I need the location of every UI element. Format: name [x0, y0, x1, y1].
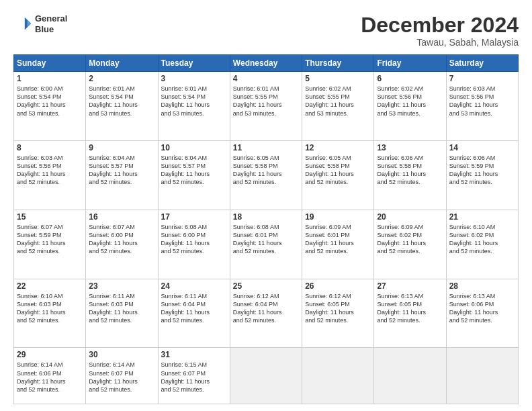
logo-line2: Blue [35, 24, 67, 35]
day-number: 12 [305, 143, 371, 152]
calendar-cell: 25Sunrise: 6:12 AMSunset: 6:04 PMDayligh… [230, 279, 302, 348]
calendar-cell [446, 348, 518, 404]
day-number: 3 [161, 74, 227, 83]
calendar-cell: 30Sunrise: 6:14 AMSunset: 6:07 PMDayligh… [86, 348, 158, 404]
day-info: Sunrise: 6:05 AMSunset: 5:58 PMDaylight:… [233, 154, 299, 187]
day-number: 2 [89, 74, 154, 83]
calendar-cell: 31Sunrise: 6:15 AMSunset: 6:07 PMDayligh… [158, 348, 230, 404]
calendar-cell [230, 348, 302, 404]
day-info: Sunrise: 6:01 AMSunset: 5:54 PMDaylight:… [89, 85, 154, 118]
day-number: 27 [377, 281, 443, 291]
calendar-cell: 18Sunrise: 6:08 AMSunset: 6:01 PMDayligh… [230, 210, 302, 279]
day-number: 19 [305, 212, 371, 222]
calendar-cell: 26Sunrise: 6:12 AMSunset: 6:05 PMDayligh… [302, 279, 374, 348]
day-number: 26 [305, 281, 371, 291]
day-number: 24 [161, 281, 227, 291]
logo: General Blue [13, 13, 67, 34]
calendar-cell: 4Sunrise: 6:01 AMSunset: 5:55 PMDaylight… [230, 72, 302, 141]
day-number: 25 [233, 281, 299, 291]
day-info: Sunrise: 6:05 AMSunset: 5:58 PMDaylight:… [305, 154, 371, 187]
logo-line1: General [35, 13, 67, 24]
day-info: Sunrise: 6:09 AMSunset: 6:01 PMDaylight:… [305, 223, 371, 256]
calendar-cell: 16Sunrise: 6:07 AMSunset: 6:00 PMDayligh… [86, 210, 158, 279]
weekday-header: Friday [374, 55, 446, 72]
day-info: Sunrise: 6:03 AMSunset: 5:56 PMDaylight:… [17, 154, 83, 187]
day-number: 5 [305, 74, 371, 83]
month-title: December 2024 [361, 13, 519, 37]
day-number: 7 [449, 74, 515, 83]
day-number: 29 [17, 350, 83, 359]
calendar-cell: 12Sunrise: 6:05 AMSunset: 5:58 PMDayligh… [302, 140, 374, 210]
day-number: 30 [89, 350, 154, 359]
weekday-row: SundayMondayTuesdayWednesdayThursdayFrid… [14, 55, 519, 72]
day-number: 14 [449, 143, 515, 152]
day-info: Sunrise: 6:04 AMSunset: 5:57 PMDaylight:… [89, 154, 154, 187]
day-info: Sunrise: 6:02 AMSunset: 5:56 PMDaylight:… [377, 85, 443, 118]
calendar-week: 1Sunrise: 6:00 AMSunset: 5:54 PMDaylight… [14, 72, 519, 141]
day-info: Sunrise: 6:08 AMSunset: 6:00 PMDaylight:… [161, 223, 227, 256]
weekday-header: Thursday [302, 55, 374, 72]
calendar-cell: 1Sunrise: 6:00 AMSunset: 5:54 PMDaylight… [14, 72, 86, 141]
calendar-week: 22Sunrise: 6:10 AMSunset: 6:03 PMDayligh… [14, 279, 519, 348]
weekday-header: Tuesday [158, 55, 230, 72]
day-number: 28 [449, 281, 515, 291]
calendar-cell: 20Sunrise: 6:09 AMSunset: 6:02 PMDayligh… [374, 210, 446, 279]
calendar-cell [374, 348, 446, 404]
day-number: 11 [233, 143, 299, 152]
day-number: 4 [233, 74, 299, 83]
day-info: Sunrise: 6:04 AMSunset: 5:57 PMDaylight:… [161, 154, 227, 187]
weekday-header: Wednesday [230, 55, 302, 72]
day-info: Sunrise: 6:06 AMSunset: 5:58 PMDaylight:… [377, 154, 443, 187]
day-number: 20 [377, 212, 443, 222]
day-info: Sunrise: 6:14 AMSunset: 6:06 PMDaylight:… [17, 361, 83, 394]
calendar-cell: 21Sunrise: 6:10 AMSunset: 6:02 PMDayligh… [446, 210, 518, 279]
day-info: Sunrise: 6:13 AMSunset: 6:05 PMDaylight:… [377, 292, 443, 325]
calendar-cell: 22Sunrise: 6:10 AMSunset: 6:03 PMDayligh… [14, 279, 86, 348]
weekday-header: Monday [86, 55, 158, 72]
calendar: SundayMondayTuesdayWednesdayThursdayFrid… [13, 54, 519, 404]
calendar-cell: 14Sunrise: 6:06 AMSunset: 5:59 PMDayligh… [446, 140, 518, 210]
day-number: 9 [89, 143, 154, 152]
weekday-header: Sunday [14, 55, 86, 72]
day-info: Sunrise: 6:07 AMSunset: 5:59 PMDaylight:… [17, 223, 83, 256]
day-info: Sunrise: 6:10 AMSunset: 6:03 PMDaylight:… [17, 292, 83, 325]
calendar-cell: 3Sunrise: 6:01 AMSunset: 5:54 PMDaylight… [158, 72, 230, 141]
day-number: 10 [161, 143, 227, 152]
day-number: 1 [17, 74, 83, 83]
calendar-cell: 19Sunrise: 6:09 AMSunset: 6:01 PMDayligh… [302, 210, 374, 279]
day-info: Sunrise: 6:12 AMSunset: 6:04 PMDaylight:… [233, 292, 299, 325]
calendar-cell: 9Sunrise: 6:04 AMSunset: 5:57 PMDaylight… [86, 140, 158, 210]
calendar-cell: 2Sunrise: 6:01 AMSunset: 5:54 PMDaylight… [86, 72, 158, 141]
day-number: 18 [233, 212, 299, 222]
day-number: 8 [17, 143, 83, 152]
day-info: Sunrise: 6:11 AMSunset: 6:04 PMDaylight:… [161, 292, 227, 325]
day-info: Sunrise: 6:03 AMSunset: 5:56 PMDaylight:… [449, 85, 515, 118]
day-info: Sunrise: 6:11 AMSunset: 6:03 PMDaylight:… [89, 292, 154, 325]
day-number: 13 [377, 143, 443, 152]
day-number: 23 [89, 281, 154, 291]
day-info: Sunrise: 6:07 AMSunset: 6:00 PMDaylight:… [89, 223, 154, 256]
calendar-week: 15Sunrise: 6:07 AMSunset: 5:59 PMDayligh… [14, 210, 519, 279]
day-number: 6 [377, 74, 443, 83]
calendar-cell: 10Sunrise: 6:04 AMSunset: 5:57 PMDayligh… [158, 140, 230, 210]
day-number: 31 [161, 350, 227, 359]
logo-text: General Blue [35, 13, 67, 34]
calendar-cell: 5Sunrise: 6:02 AMSunset: 5:55 PMDaylight… [302, 72, 374, 141]
page: General Blue December 2024 Tawau, Sabah,… [0, 0, 532, 411]
calendar-cell: 27Sunrise: 6:13 AMSunset: 6:05 PMDayligh… [374, 279, 446, 348]
title-block: December 2024 Tawau, Sabah, Malaysia [361, 13, 519, 48]
calendar-cell [302, 348, 374, 404]
calendar-cell: 8Sunrise: 6:03 AMSunset: 5:56 PMDaylight… [14, 140, 86, 210]
day-info: Sunrise: 6:09 AMSunset: 6:02 PMDaylight:… [377, 223, 443, 256]
day-number: 22 [17, 281, 83, 291]
day-info: Sunrise: 6:13 AMSunset: 6:06 PMDaylight:… [449, 292, 515, 325]
day-info: Sunrise: 6:14 AMSunset: 6:07 PMDaylight:… [89, 361, 154, 394]
calendar-cell: 28Sunrise: 6:13 AMSunset: 6:06 PMDayligh… [446, 279, 518, 348]
header: General Blue December 2024 Tawau, Sabah,… [13, 13, 519, 48]
calendar-cell: 15Sunrise: 6:07 AMSunset: 5:59 PMDayligh… [14, 210, 86, 279]
day-info: Sunrise: 6:08 AMSunset: 6:01 PMDaylight:… [233, 223, 299, 256]
calendar-cell: 23Sunrise: 6:11 AMSunset: 6:03 PMDayligh… [86, 279, 158, 348]
logo-icon [13, 15, 32, 34]
day-info: Sunrise: 6:15 AMSunset: 6:07 PMDaylight:… [161, 361, 227, 394]
day-info: Sunrise: 6:10 AMSunset: 6:02 PMDaylight:… [449, 223, 515, 256]
